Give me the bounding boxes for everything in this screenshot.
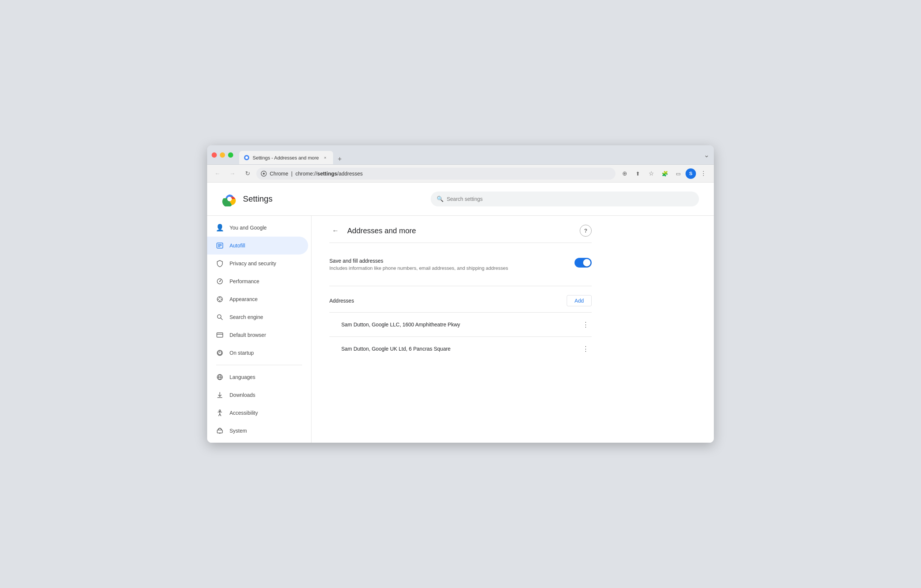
svg-point-1 xyxy=(246,156,248,159)
search-icon: 🔍 xyxy=(437,195,444,202)
svg-point-15 xyxy=(221,299,222,300)
svg-point-11 xyxy=(220,281,221,282)
sidebar-item-label: You and Google xyxy=(229,225,267,231)
svg-point-5 xyxy=(227,197,232,201)
address-more-button-1[interactable]: ⋮ xyxy=(580,319,592,331)
sidebar-item-label: Search engine xyxy=(229,314,263,320)
minimize-traffic-light[interactable] xyxy=(220,152,225,158)
sidebar-item-label: Performance xyxy=(229,279,259,284)
search-input[interactable] xyxy=(447,196,693,202)
appearance-icon xyxy=(216,295,223,303)
traffic-lights xyxy=(212,152,233,158)
address-item-2: Sam Dutton, Google UK Ltd, 6 Pancras Squ… xyxy=(329,337,592,361)
back-button[interactable]: ← xyxy=(212,168,223,179)
sidebar-item-downloads[interactable]: Downloads xyxy=(207,386,308,404)
sidebar-item-search-engine[interactable]: Search engine xyxy=(207,308,308,326)
address-item-1: Sam Dutton, Google LLC, 1600 Amphitheatr… xyxy=(329,312,592,337)
forward-icon: → xyxy=(229,170,236,177)
autofill-icon xyxy=(216,242,223,249)
bookmark-button[interactable]: ☆ xyxy=(645,168,657,179)
svg-point-13 xyxy=(218,299,219,300)
chrome-logo xyxy=(222,192,237,207)
sidebar-item-label: Default browser xyxy=(229,332,266,338)
chrome-menu-button[interactable]: ⋮ xyxy=(698,168,709,179)
address-bar-url: Chrome | chrome://settings/addresses xyxy=(270,171,611,177)
help-button[interactable]: ? xyxy=(580,225,592,237)
address-bar[interactable]: Chrome | chrome://settings/addresses xyxy=(256,168,615,179)
languages-icon xyxy=(216,373,223,381)
startup-icon xyxy=(216,349,223,357)
sidebar-item-label: Languages xyxy=(229,374,255,380)
share-button[interactable]: ⬆ xyxy=(632,168,644,179)
settings-header: Settings 🔍 xyxy=(207,182,714,216)
svg-point-26 xyxy=(219,410,221,411)
save-fill-section: Save and fill addresses Includes informa… xyxy=(329,243,592,286)
address-text-2: Sam Dutton, Google UK Ltd, 6 Pancras Squ… xyxy=(329,346,451,352)
sidebar-item-label: Privacy and security xyxy=(229,261,276,266)
tab-favicon-icon xyxy=(244,155,250,161)
tab-close-button[interactable]: × xyxy=(322,154,329,161)
add-address-button[interactable]: Add xyxy=(567,295,592,306)
save-fill-text: Save and fill addresses Includes informa… xyxy=(329,258,508,271)
security-icon xyxy=(261,171,267,177)
new-tab-button[interactable]: + xyxy=(335,154,345,165)
sidebar-item-on-startup[interactable]: On startup xyxy=(207,344,308,362)
sidebar-item-label: On startup xyxy=(229,350,254,356)
person-icon: 👤 xyxy=(216,224,223,231)
settings-body: 👤 You and Google Autofill xyxy=(207,216,714,443)
content-back-button[interactable]: ← xyxy=(329,225,341,237)
sidebar-item-accessibility[interactable]: Accessibility xyxy=(207,404,308,422)
sidebar-item-label: Autofill xyxy=(229,243,245,249)
content-panel: ← Addresses and more ? Save and fill add… xyxy=(311,216,610,379)
tab-title: Settings - Addresses and more xyxy=(252,155,319,161)
sidebar-item-label: Accessibility xyxy=(229,410,258,416)
svg-point-14 xyxy=(220,297,221,298)
performance-icon xyxy=(216,278,223,285)
sidebar-item-appearance[interactable]: Appearance xyxy=(207,290,308,308)
sidebar-item-privacy-security[interactable]: Privacy and security xyxy=(207,254,308,272)
sidebar-item-default-browser[interactable]: Default browser xyxy=(207,326,308,344)
sidebar-item-autofill[interactable]: Autofill xyxy=(207,237,308,254)
svg-line-18 xyxy=(221,318,223,320)
address-text-1: Sam Dutton, Google LLC, 1600 Amphitheatr… xyxy=(329,322,460,327)
back-icon: ← xyxy=(215,170,221,177)
refresh-button[interactable]: ↻ xyxy=(241,168,253,179)
sidebar-item-you-and-google[interactable]: 👤 You and Google xyxy=(207,219,308,237)
tab-bar: Settings - Addresses and more × + xyxy=(239,145,701,165)
svg-rect-19 xyxy=(217,333,223,337)
save-fill-label: Save and fill addresses xyxy=(329,258,508,264)
search-engine-icon xyxy=(216,313,223,321)
save-fill-row: Save and fill addresses Includes informa… xyxy=(329,252,592,277)
addresses-section-label: Addresses xyxy=(329,298,354,304)
window-menu-button[interactable]: ⌄ xyxy=(704,151,709,159)
downloads-icon xyxy=(216,391,223,399)
sidebar-button[interactable]: ▭ xyxy=(672,168,684,179)
active-tab[interactable]: Settings - Addresses and more × xyxy=(239,151,333,165)
sidebar: 👤 You and Google Autofill xyxy=(207,216,311,443)
save-fill-toggle[interactable] xyxy=(574,258,592,267)
sidebar-item-languages[interactable]: Languages xyxy=(207,368,308,386)
toolbar: ← → ↻ Chrome | chrome://settings/address… xyxy=(207,165,714,182)
sidebar-item-performance[interactable]: Performance xyxy=(207,272,308,290)
forward-button[interactable]: → xyxy=(226,168,238,179)
main-content: ← Addresses and more ? Save and fill add… xyxy=(311,216,714,443)
profile-button[interactable]: S xyxy=(685,168,696,179)
sidebar-item-label: Appearance xyxy=(229,296,258,302)
content-header: ← Addresses and more ? xyxy=(329,225,592,243)
content-title: Addresses and more xyxy=(347,226,574,235)
accessibility-icon xyxy=(216,409,223,417)
menu-icon: ⋮ xyxy=(700,170,706,177)
page-content: Settings 🔍 👤 You and Google xyxy=(207,182,714,443)
sidebar-item-system[interactable]: System xyxy=(207,422,308,440)
settings-page-title: Settings xyxy=(243,194,273,204)
zoom-icon: ⊕ xyxy=(622,170,627,177)
sidebar-item-label: System xyxy=(229,428,247,434)
address-more-button-2[interactable]: ⋮ xyxy=(580,343,592,355)
close-traffic-light[interactable] xyxy=(212,152,217,158)
zoom-button[interactable]: ⊕ xyxy=(618,168,630,179)
settings-search-bar[interactable]: 🔍 xyxy=(431,192,699,207)
browser-window: Settings - Addresses and more × + ⌄ ← → … xyxy=(207,145,714,443)
maximize-traffic-light[interactable] xyxy=(228,152,233,158)
svg-rect-27 xyxy=(217,430,223,433)
extensions-button[interactable]: 🧩 xyxy=(659,168,670,179)
